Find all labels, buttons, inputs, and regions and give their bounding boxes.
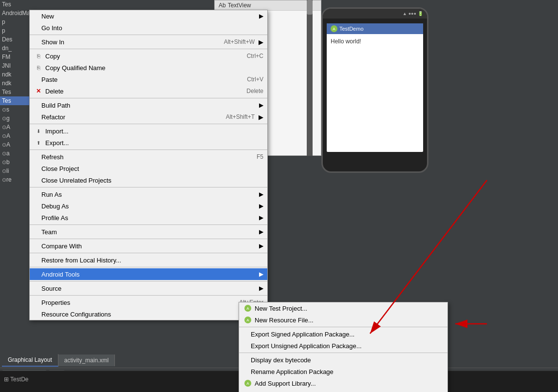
- menu-item-copy-label: Copy: [45, 53, 60, 60]
- menu-item-compare-with[interactable]: Compare With ▶: [30, 240, 267, 252]
- separator-7: [30, 224, 267, 225]
- copy-icon: ⎘: [34, 53, 43, 59]
- delete-icon: ✕: [34, 88, 43, 94]
- menu-item-delete[interactable]: ✕ Delete Delete: [30, 85, 267, 97]
- menu-item-close-project[interactable]: Close Project: [30, 163, 267, 174]
- palette-icon: Ab: [219, 2, 226, 9]
- submenu-arrow-run-as: ▶: [259, 191, 263, 198]
- android-app-icon: A: [331, 25, 337, 32]
- menu-item-refresh-label: Refresh: [41, 153, 64, 161]
- submenu-arrow-debug-as: ▶: [259, 203, 263, 209]
- device-status-bar: ▲ ●●● 🔋: [323, 9, 427, 19]
- android-menu-add-support-library-label: Add Support Library...: [255, 380, 316, 387]
- android-separator-1: [239, 327, 447, 327]
- menu-item-compare-with-label: Compare With: [41, 243, 82, 250]
- copy-shortcut: Ctrl+C: [247, 53, 263, 59]
- android-icon-new-test: A: [244, 305, 251, 312]
- android-menu-export-signed-label: Export Signed Application Package...: [251, 331, 354, 338]
- separator-9: [30, 253, 267, 253]
- palette-scrollbar-thumb[interactable]: [307, 0, 313, 15]
- device-hello-text: Hello world!: [331, 38, 361, 45]
- menu-item-properties-label: Properties: [41, 299, 70, 306]
- android-menu-new-test-project-label: New Test Project...: [255, 305, 307, 312]
- menu-item-refresh[interactable]: Refresh F5: [30, 151, 267, 163]
- copy-qualified-icon: ⎘: [34, 65, 43, 71]
- refactor-shortcut: Alt+Shift+T: [226, 113, 255, 120]
- separator-11: [30, 281, 267, 281]
- menu-item-restore[interactable]: Restore from Local History...: [30, 254, 267, 266]
- menu-item-export[interactable]: ⬆ Export...: [30, 137, 267, 149]
- menu-item-profile-as[interactable]: Profile As ▶: [30, 212, 267, 224]
- menu-item-copy-qualified-label: Copy Qualified Name: [45, 64, 106, 72]
- menu-item-copy-qualified-name[interactable]: ⎘ Copy Qualified Name: [30, 62, 267, 74]
- separator-5: [30, 149, 267, 150]
- android-icon-support-lib: A: [244, 380, 251, 387]
- android-menu-rename-package[interactable]: Rename Application Package: [239, 366, 447, 377]
- menu-item-refactor-label: Refactor: [41, 113, 65, 121]
- menu-item-android-tools[interactable]: Android Tools ▶: [30, 268, 267, 280]
- device-title-bar: A TestDemo: [327, 23, 423, 34]
- separator-6: [30, 187, 267, 187]
- separator-3: [30, 98, 267, 98]
- android-menu-add-support-library[interactable]: A Add Support Library...: [239, 377, 447, 389]
- editor-tab-graphical-layout[interactable]: Graphical Layout: [2, 354, 58, 367]
- menu-item-go-into-label: Go Into: [41, 24, 62, 32]
- menu-item-refactor[interactable]: Refactor Alt+Shift+T ▶: [30, 111, 267, 123]
- submenu-arrow-show-in: ▶: [259, 38, 263, 46]
- menu-item-export-label: Export...: [45, 139, 69, 147]
- android-menu-rename-package-label: Rename Application Package: [251, 368, 334, 375]
- menu-item-resource-configs-label: Resource Configurations: [41, 311, 111, 318]
- menu-item-new-label: New: [41, 13, 54, 20]
- menu-item-team[interactable]: Team ▶: [30, 226, 267, 238]
- menu-item-debug-as[interactable]: Debug As ▶: [30, 200, 267, 212]
- delete-shortcut: Delete: [246, 88, 263, 94]
- menu-item-close-project-label: Close Project: [41, 165, 79, 172]
- menu-item-properties[interactable]: Properties Alt+Enter: [30, 297, 267, 308]
- menu-item-restore-label: Restore from Local History...: [41, 257, 121, 264]
- menu-item-source[interactable]: Source ▶: [30, 282, 267, 294]
- device-app-title: TestDemo: [339, 26, 364, 32]
- android-menu-display-dex-label: Display dex bytecode: [251, 356, 311, 364]
- menu-item-run-as-label: Run As: [41, 191, 62, 198]
- menu-item-paste[interactable]: Paste Ctrl+V: [30, 74, 267, 85]
- separator-4: [30, 124, 267, 124]
- submenu-arrow-new: ▶: [259, 13, 263, 19]
- menu-item-import[interactable]: ⬇ Import...: [30, 125, 267, 137]
- refresh-shortcut: F5: [257, 153, 263, 160]
- device-content: Hello world!: [327, 34, 423, 49]
- android-menu-fix-project[interactable]: Fix Project Properties: [239, 389, 447, 392]
- android-menu-new-test-project[interactable]: A New Test Project...: [239, 302, 447, 314]
- submenu-arrow-team: ▶: [259, 228, 263, 235]
- separator-12: [30, 295, 267, 296]
- menu-item-delete-label: Delete: [45, 88, 64, 95]
- menu-item-source-label: Source: [41, 285, 61, 292]
- menu-item-go-into[interactable]: Go Into: [30, 22, 267, 34]
- menu-item-copy[interactable]: ⎘ Copy Ctrl+C: [30, 50, 267, 62]
- menu-item-import-label: Import...: [45, 128, 69, 135]
- android-menu-export-unsigned-label: Export Unsigned Application Package...: [251, 342, 362, 350]
- menu-item-build-path-label: Build Path: [41, 102, 70, 109]
- android-menu-display-dex[interactable]: Display dex bytecode: [239, 354, 447, 366]
- separator-10: [30, 267, 267, 267]
- context-menu: New ▶ Go Into Show In Alt+Shift+W ▶ ⎘ Co…: [29, 10, 268, 320]
- menu-item-run-as[interactable]: Run As ▶: [30, 188, 267, 200]
- submenu-arrow-refactor: ▶: [259, 113, 263, 121]
- menu-item-build-path[interactable]: Build Path ▶: [30, 99, 267, 111]
- submenu-arrow-profile-as: ▶: [259, 214, 263, 221]
- separator-8: [30, 239, 267, 239]
- menu-item-close-unrelated[interactable]: Close Unrelated Projects: [30, 174, 267, 186]
- menu-item-show-in[interactable]: Show In Alt+Shift+W ▶: [30, 36, 267, 48]
- android-menu-export-signed[interactable]: Export Signed Application Package...: [239, 328, 447, 340]
- editor-tab-activity-main[interactable]: activity_main.xml: [58, 355, 115, 366]
- menu-item-new[interactable]: New ▶: [30, 10, 267, 22]
- submenu-arrow-build-path: ▶: [259, 102, 263, 109]
- menu-item-resource-configs[interactable]: Resource Configurations ▶: [30, 308, 267, 320]
- android-menu-new-resource-file-label: New Resource File...: [255, 317, 314, 324]
- paste-shortcut: Ctrl+V: [247, 76, 263, 83]
- menu-item-team-label: Team: [41, 228, 57, 236]
- palette-scrollbar[interactable]: [307, 0, 313, 156]
- android-menu-export-unsigned[interactable]: Export Unsigned Application Package...: [239, 340, 447, 352]
- tree-item-tes1[interactable]: Tes: [0, 0, 214, 9]
- android-menu-new-resource-file[interactable]: A New Resource File...: [239, 314, 447, 326]
- menu-item-show-in-label: Show In: [41, 38, 64, 46]
